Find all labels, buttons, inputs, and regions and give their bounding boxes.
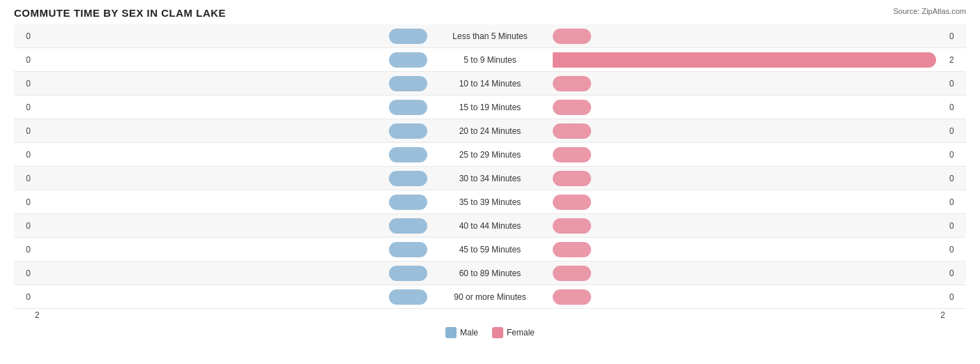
bar-row: 060 to 89 Minutes0 — [14, 261, 966, 285]
axis-right-label: 2 — [940, 310, 945, 320]
right-value: 2 — [945, 55, 966, 65]
bars-center: 45 to 59 Minutes — [35, 238, 945, 261]
left-value: 0 — [14, 268, 35, 278]
female-bar — [553, 29, 591, 44]
female-bar — [553, 76, 591, 91]
source-text: Source: ZipAtlas.com — [893, 7, 966, 15]
bar-row: 0Less than 5 Minutes0 — [14, 24, 966, 48]
right-bar-container — [553, 289, 945, 305]
left-bar-container — [35, 76, 427, 91]
bar-row: 045 to 59 Minutes0 — [14, 238, 966, 261]
left-value: 0 — [14, 79, 35, 89]
bar-pair: 90 or more Minutes — [35, 285, 945, 308]
row-label: 35 to 39 Minutes — [427, 197, 553, 207]
left-bar-container — [35, 123, 427, 139]
right-bar-container — [553, 242, 945, 257]
right-value: 0 — [945, 197, 966, 207]
left-bar-container — [35, 242, 427, 257]
left-bar-container — [35, 147, 427, 162]
right-bar-container — [553, 171, 945, 186]
left-value: 0 — [14, 103, 35, 112]
row-label: 10 to 14 Minutes — [427, 79, 553, 89]
female-bar — [553, 218, 591, 234]
left-bar-container — [35, 218, 427, 234]
legend-male: Male — [445, 327, 478, 338]
bars-center: Less than 5 Minutes — [35, 24, 945, 47]
left-value: 0 — [14, 174, 35, 183]
row-label: 60 to 89 Minutes — [427, 268, 553, 278]
right-bar-container — [553, 147, 945, 162]
right-value: 0 — [945, 245, 966, 255]
right-value: 0 — [945, 221, 966, 231]
chart-container: COMMUTE TIME BY SEX IN CLAM LAKE Source:… — [0, 0, 980, 364]
bars-center: 30 to 34 Minutes — [35, 167, 945, 190]
male-bar — [389, 242, 427, 257]
left-value: 0 — [14, 126, 35, 136]
bars-center: 90 or more Minutes — [35, 285, 945, 308]
left-value: 0 — [14, 292, 35, 302]
chart-title: COMMUTE TIME BY SEX IN CLAM LAKE — [14, 7, 966, 19]
left-value: 0 — [14, 55, 35, 65]
right-value: 0 — [945, 103, 966, 112]
right-value: 0 — [945, 268, 966, 278]
bars-center: 40 to 44 Minutes — [35, 214, 945, 237]
left-value: 0 — [14, 221, 35, 231]
left-bar-container — [35, 195, 427, 210]
female-bar — [553, 147, 591, 162]
bar-pair: 60 to 89 Minutes — [35, 261, 945, 285]
legend-area: Male Female — [14, 324, 966, 341]
bars-center: 60 to 89 Minutes — [35, 261, 945, 285]
left-value: 0 — [14, 245, 35, 255]
bar-pair: 15 to 19 Minutes — [35, 96, 945, 119]
bar-row: 05 to 9 Minutes2 — [14, 48, 966, 72]
female-bar — [553, 242, 591, 257]
male-bar — [389, 171, 427, 186]
male-label: Male — [460, 328, 478, 338]
male-bar — [389, 218, 427, 234]
female-bar — [553, 52, 936, 68]
bar-pair: 35 to 39 Minutes — [35, 190, 945, 213]
right-bar-container — [553, 29, 945, 44]
bar-pair: 40 to 44 Minutes — [35, 214, 945, 237]
bar-row: 040 to 44 Minutes0 — [14, 214, 966, 238]
bar-row: 020 to 24 Minutes0 — [14, 119, 966, 143]
right-bar-container — [553, 195, 945, 210]
bar-pair: 30 to 34 Minutes — [35, 167, 945, 190]
left-bar-container — [35, 29, 427, 44]
right-value: 0 — [945, 292, 966, 302]
male-bar — [389, 76, 427, 91]
bar-pair: 20 to 24 Minutes — [35, 119, 945, 142]
female-bar — [553, 266, 591, 281]
female-swatch — [492, 327, 503, 338]
bar-pair: 10 to 14 Minutes — [35, 72, 945, 95]
male-bar — [389, 123, 427, 139]
right-value: 0 — [945, 79, 966, 89]
row-label: 90 or more Minutes — [427, 292, 553, 302]
row-label: 25 to 29 Minutes — [427, 150, 553, 160]
bars-center: 5 to 9 Minutes — [35, 48, 945, 71]
female-bar — [553, 100, 591, 115]
bar-row: 030 to 34 Minutes0 — [14, 167, 966, 190]
female-bar — [553, 171, 591, 186]
bars-center: 15 to 19 Minutes — [35, 96, 945, 119]
female-label: Female — [507, 328, 535, 338]
male-bar — [389, 289, 427, 305]
bar-row: 025 to 29 Minutes0 — [14, 143, 966, 167]
bottom-labels: 2 2 — [14, 310, 966, 320]
bars-center: 35 to 39 Minutes — [35, 190, 945, 213]
female-bar — [553, 289, 591, 305]
male-bar — [389, 52, 427, 68]
male-bar — [389, 195, 427, 210]
row-label: 20 to 24 Minutes — [427, 126, 553, 136]
left-bar-container — [35, 266, 427, 281]
row-label: 45 to 59 Minutes — [427, 245, 553, 255]
right-bar-container — [553, 123, 945, 139]
left-value: 0 — [14, 197, 35, 207]
right-bar-container — [553, 52, 945, 68]
row-label: 15 to 19 Minutes — [427, 103, 553, 112]
left-bar-container — [35, 100, 427, 115]
right-value: 0 — [945, 31, 966, 41]
left-value: 0 — [14, 31, 35, 41]
male-bar — [389, 100, 427, 115]
left-bar-container — [35, 289, 427, 305]
